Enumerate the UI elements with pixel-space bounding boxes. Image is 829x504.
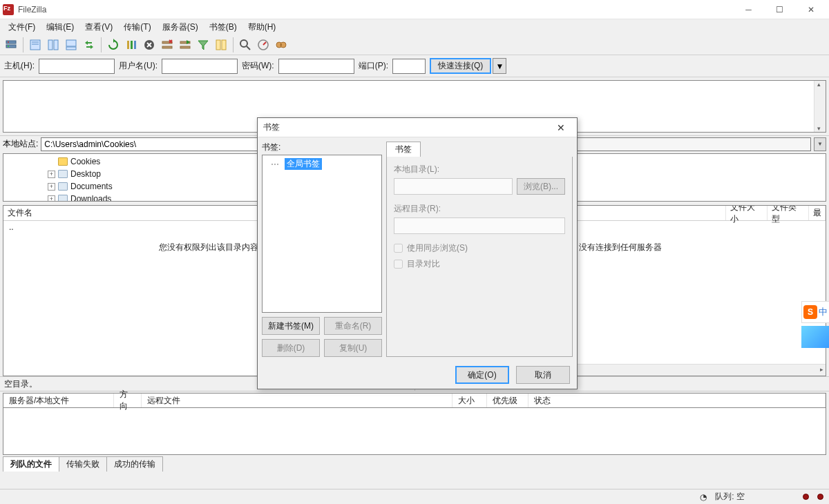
browse-button: 浏览(B)... xyxy=(517,178,565,195)
host-input[interactable] xyxy=(39,59,115,74)
toolbar xyxy=(0,35,829,55)
quickconnect-bar: 主机(H): 用户名(U): 密码(W): 端口(P): 快速连接(Q) ▼ xyxy=(0,55,829,77)
speed-limit-icon[interactable] xyxy=(255,37,271,53)
svg-rect-4 xyxy=(30,40,40,50)
quickconnect-button[interactable]: 快速连接(Q) xyxy=(430,58,491,74)
svg-rect-13 xyxy=(127,41,129,49)
quickconnect-dropdown[interactable]: ▼ xyxy=(493,58,506,74)
log-scrollbar[interactable] xyxy=(814,81,826,132)
svg-line-29 xyxy=(263,42,266,45)
minimize-button[interactable]: ─ xyxy=(733,0,764,19)
refresh-icon[interactable] xyxy=(105,37,122,53)
svg-line-28 xyxy=(247,46,250,50)
delete-button: 删除(D) xyxy=(262,339,320,357)
svg-rect-11 xyxy=(88,42,92,43)
menu-server[interactable]: 服务器(S) xyxy=(157,20,204,35)
global-bookmark-item[interactable]: 全局书签 xyxy=(285,158,322,170)
local-dir-input xyxy=(394,178,513,195)
pass-input[interactable] xyxy=(278,59,354,74)
disconnect-icon[interactable] xyxy=(159,37,175,53)
sync-checkbox xyxy=(394,244,403,253)
cancel-button[interactable]: 取消 xyxy=(516,366,570,384)
no-connection-msg: 没有连接到任何服务器 xyxy=(579,242,662,253)
user-input[interactable] xyxy=(162,59,238,74)
svg-rect-12 xyxy=(86,46,90,48)
queue-status-icon: ◔ xyxy=(700,492,707,502)
process-queue-icon[interactable] xyxy=(123,37,140,53)
local-dir-label: 本地目录(L): xyxy=(394,164,565,175)
dialog-title: 书签 xyxy=(263,122,551,133)
bookmark-tab[interactable]: 书签 xyxy=(386,142,421,157)
menu-bookmarks[interactable]: 书签(B) xyxy=(204,20,242,35)
svg-rect-7 xyxy=(48,40,53,50)
new-bookmark-button[interactable]: 新建书签(M) xyxy=(262,317,320,335)
host-label: 主机(H): xyxy=(4,60,35,72)
remote-site-dropdown[interactable]: ▼ xyxy=(814,137,826,151)
pass-label: 密码(W): xyxy=(242,60,274,72)
toggle-tree-icon[interactable] xyxy=(45,37,61,53)
svg-rect-9 xyxy=(66,40,76,46)
copy-button: 复制(U) xyxy=(324,339,382,357)
app-icon xyxy=(3,4,14,15)
bookmarks-dialog: 书签 ✕ 书签: ⋯ 全局书签 新建书签(M) 重命名(R) 删除(D) 复制(… xyxy=(257,117,578,389)
activity-led-1 xyxy=(803,494,809,500)
tree-heading: 书签: xyxy=(262,142,382,153)
local-site-label: 本地站点: xyxy=(3,138,38,150)
ok-button[interactable]: 确定(O) xyxy=(455,366,509,384)
titlebar: FileZilla ─ ☐ ✕ xyxy=(0,0,829,19)
dialog-close-icon[interactable]: ✕ xyxy=(551,122,571,133)
bookmark-tree[interactable]: ⋯ 全局书签 xyxy=(262,155,382,313)
cancel-icon[interactable] xyxy=(141,37,158,53)
svg-rect-25 xyxy=(216,40,220,50)
svg-rect-15 xyxy=(134,41,136,49)
maximize-button[interactable]: ☐ xyxy=(764,0,795,19)
remote-dir-label: 远程目录(R): xyxy=(394,203,565,215)
svg-rect-24 xyxy=(180,46,190,48)
tab-queued[interactable]: 列队的文件 xyxy=(3,456,59,472)
svg-rect-10 xyxy=(66,47,76,50)
tab-failed[interactable]: 传输失败 xyxy=(59,456,107,472)
port-input[interactable] xyxy=(392,59,426,74)
menu-file[interactable]: 文件(F) xyxy=(3,20,41,35)
remote-dir-input xyxy=(394,217,565,234)
queue-header[interactable]: 服务器/本地文件 方向 远程文件 大小 优先级 状态 xyxy=(3,393,826,408)
svg-rect-20 xyxy=(162,46,172,48)
activity-led-2 xyxy=(817,494,823,500)
menu-view[interactable]: 查看(V) xyxy=(79,20,118,35)
toggle-queue-icon[interactable] xyxy=(63,37,79,53)
app-title: FileZilla xyxy=(18,5,733,14)
sync-browse-icon[interactable] xyxy=(81,37,97,53)
up-dir-item[interactable]: .. xyxy=(9,222,14,232)
reconnect-icon[interactable] xyxy=(177,37,193,53)
svg-point-3 xyxy=(8,46,9,47)
menubar: 文件(F) 编辑(E) 查看(V) 传输(T) 服务器(S) 书签(B) 帮助(… xyxy=(0,19,829,35)
svg-rect-14 xyxy=(131,41,133,49)
menu-help[interactable]: 帮助(H) xyxy=(242,20,282,35)
queue-status-label: 队列: 空 xyxy=(715,491,745,503)
rename-button: 重命名(R) xyxy=(324,317,382,335)
svg-point-27 xyxy=(240,40,247,47)
dialog-titlebar[interactable]: 书签 ✕ xyxy=(258,118,577,137)
filter-icon[interactable] xyxy=(195,37,211,53)
find-icon[interactable] xyxy=(273,37,289,53)
toggle-log-icon[interactable] xyxy=(27,37,44,53)
compare-icon[interactable] xyxy=(213,37,229,53)
svg-rect-26 xyxy=(222,40,226,50)
menu-edit[interactable]: 编辑(E) xyxy=(41,20,79,35)
user-label: 用户名(U): xyxy=(119,60,158,72)
queue-tabs: 列队的文件 传输失败 成功的传输 xyxy=(0,455,829,472)
compare-checkbox xyxy=(394,260,403,269)
ime-badge[interactable]: S中 xyxy=(801,301,829,323)
statusbar: ◔ 队列: 空 xyxy=(0,489,829,504)
svg-rect-32 xyxy=(280,44,282,46)
no-permission-msg: 您没有权限列出该目录内容 xyxy=(159,242,258,253)
tab-success[interactable]: 成功的传输 xyxy=(106,456,163,472)
svg-point-2 xyxy=(8,41,9,43)
site-manager-icon[interactable] xyxy=(3,37,19,53)
queue-body[interactable] xyxy=(3,408,826,455)
assist-badge[interactable] xyxy=(801,326,829,348)
menu-transfer[interactable]: 传输(T) xyxy=(118,20,156,35)
svg-rect-8 xyxy=(54,40,58,50)
close-button[interactable]: ✕ xyxy=(795,0,826,19)
search-icon[interactable] xyxy=(237,37,254,53)
